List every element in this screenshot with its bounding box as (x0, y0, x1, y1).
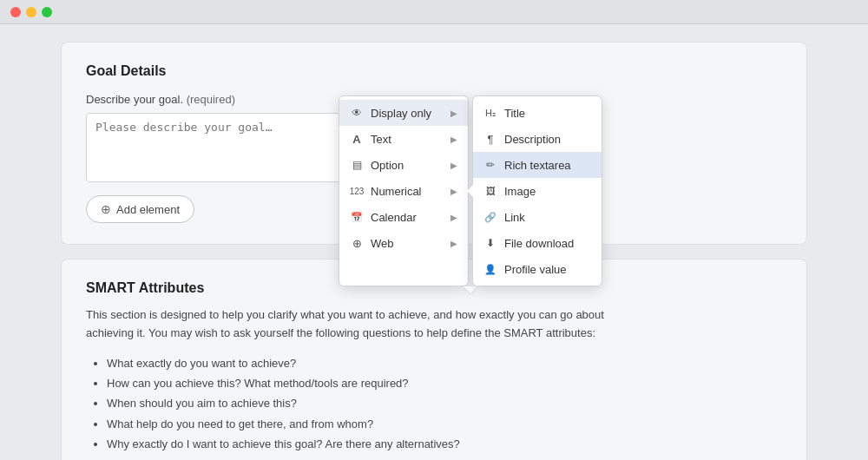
submenu-item-rich-textarea[interactable]: Rich textarea (473, 152, 602, 178)
app-window: Goal Details Describe your goal. (requir… (0, 0, 868, 460)
text-icon (350, 132, 364, 146)
sub-dropdown-menu: Title Description Rich textarea Image Li… (472, 95, 602, 286)
submenu-item-image[interactable]: Image (473, 178, 602, 204)
chevron-right-icon-5: ▶ (450, 213, 457, 222)
smart-attributes-card: SMART Attributes This section is designe… (61, 259, 807, 460)
web-icon (350, 236, 364, 250)
submenu-item-title[interactable]: Title (473, 100, 602, 126)
goal-details-title: Goal Details (86, 63, 782, 79)
submenu-item-link[interactable]: Link (473, 204, 602, 230)
menu-item-calendar[interactable]: Calendar ▶ (339, 204, 468, 230)
add-element-button[interactable]: Add element (86, 195, 194, 223)
menu-item-option[interactable]: Option ▶ (339, 152, 468, 178)
dropdown-caret (464, 286, 477, 293)
menu-item-text[interactable]: Text ▶ (339, 126, 468, 152)
menu-item-display-only[interactable]: Display only ▶ (339, 100, 468, 126)
smart-questions-list: What exactly do you want to achieve? How… (86, 353, 782, 455)
chevron-right-icon: ▶ (450, 108, 457, 118)
numerical-icon (350, 184, 364, 198)
eye-icon (350, 106, 364, 120)
smart-question-5: Why exactly do I want to achieve this go… (107, 434, 782, 454)
dropdown-container: Display only ▶ Text ▶ Option ▶ Numerical… (339, 95, 602, 286)
smart-question-2: How can you achieve this? What method/to… (107, 373, 782, 393)
h2-icon (483, 106, 497, 120)
maximize-button[interactable] (42, 7, 52, 17)
download-icon (483, 236, 497, 250)
link-icon (483, 210, 497, 224)
titlebar (0, 0, 868, 24)
smart-question-1: What exactly do you want to achieve? (107, 353, 782, 373)
smart-description: This section is designed to help you cla… (86, 306, 641, 343)
option-icon (350, 158, 364, 172)
chevron-right-icon-4: ▶ (450, 187, 457, 196)
plus-circle-icon (101, 202, 111, 216)
submenu-item-file-download[interactable]: File download (473, 230, 602, 256)
description-icon (483, 132, 497, 146)
image-icon (483, 184, 497, 198)
smart-question-4: What help do you need to get there, and … (107, 414, 782, 434)
menu-item-numerical[interactable]: Numerical ▶ (339, 178, 468, 204)
profile-icon (483, 262, 497, 276)
submenu-caret (467, 185, 473, 197)
submenu-item-profile-value[interactable]: Profile value (473, 256, 602, 282)
chevron-right-icon-3: ▶ (450, 161, 457, 170)
menu-item-web[interactable]: Web ▶ (339, 230, 468, 256)
chevron-right-icon-6: ▶ (450, 239, 457, 248)
submenu-item-description[interactable]: Description (473, 126, 602, 152)
rich-textarea-icon (483, 158, 497, 172)
chevron-right-icon-2: ▶ (450, 135, 457, 144)
content-area: Goal Details Describe your goal. (requir… (0, 24, 868, 460)
smart-question-3: When should you aim to achieve this? (107, 393, 782, 413)
close-button[interactable] (10, 7, 21, 17)
calendar-icon (350, 210, 364, 224)
minimize-button[interactable] (26, 7, 36, 17)
main-dropdown-menu: Display only ▶ Text ▶ Option ▶ Numerical… (339, 95, 469, 286)
